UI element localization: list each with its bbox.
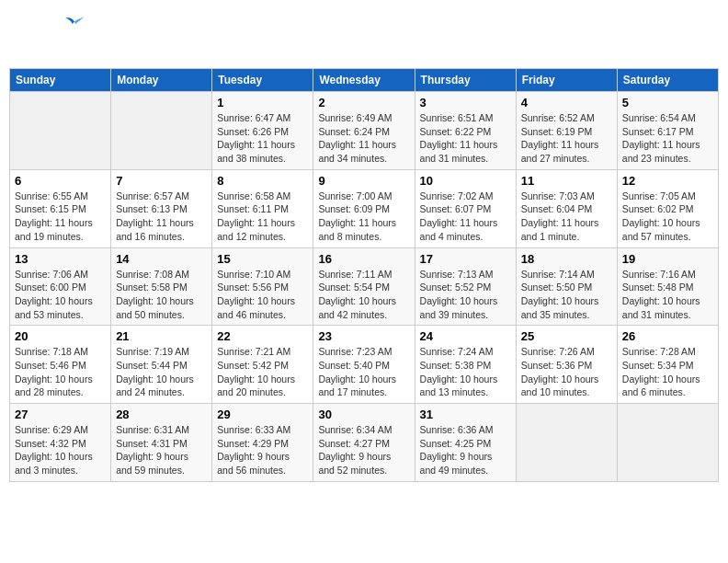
calendar-cell [111,92,212,170]
calendar-week-row: 20Sunrise: 7:18 AM Sunset: 5:46 PM Dayli… [10,326,719,404]
logo [17,13,81,59]
day-number: 20 [15,329,106,343]
day-number: 1 [217,96,308,109]
calendar-cell: 5Sunrise: 6:54 AM Sunset: 6:17 PM Daylig… [617,92,718,170]
calendar-cell: 11Sunrise: 7:03 AM Sunset: 6:04 PM Dayli… [516,169,617,247]
calendar-cell [617,404,718,482]
day-info: Sunrise: 7:02 AM Sunset: 6:07 PM Dayligh… [420,190,511,244]
logo-bird-icon [64,15,85,29]
calendar-cell: 13Sunrise: 7:06 AM Sunset: 6:00 PM Dayli… [10,247,111,326]
day-info: Sunrise: 7:21 AM Sunset: 5:42 PM Dayligh… [217,345,308,399]
day-number: 11 [521,174,612,188]
day-info: Sunrise: 7:05 AM Sunset: 6:02 PM Dayligh… [622,190,713,244]
day-info: Sunrise: 6:31 AM Sunset: 4:31 PM Dayligh… [116,423,207,477]
day-info: Sunrise: 7:00 AM Sunset: 6:09 PM Dayligh… [318,190,409,244]
day-info: Sunrise: 7:08 AM Sunset: 5:58 PM Dayligh… [116,268,207,322]
day-number: 22 [217,329,308,343]
day-number: 30 [318,408,409,421]
day-number: 27 [15,408,106,421]
day-info: Sunrise: 7:06 AM Sunset: 6:00 PM Dayligh… [15,268,106,322]
day-info: Sunrise: 7:13 AM Sunset: 5:52 PM Dayligh… [420,268,511,322]
calendar-week-row: 27Sunrise: 6:29 AM Sunset: 4:32 PM Dayli… [10,404,719,482]
calendar-week-row: 6Sunrise: 6:55 AM Sunset: 6:15 PM Daylig… [10,169,719,247]
calendar-cell: 19Sunrise: 7:16 AM Sunset: 5:48 PM Dayli… [617,247,718,326]
weekday-header-thursday: Thursday [415,69,516,92]
day-number: 26 [622,329,713,343]
day-info: Sunrise: 7:10 AM Sunset: 5:56 PM Dayligh… [217,268,308,322]
calendar-week-row: 1Sunrise: 6:47 AM Sunset: 6:26 PM Daylig… [10,92,719,170]
calendar-cell: 17Sunrise: 7:13 AM Sunset: 5:52 PM Dayli… [415,247,516,326]
day-info: Sunrise: 7:23 AM Sunset: 5:40 PM Dayligh… [318,345,409,399]
day-info: Sunrise: 6:51 AM Sunset: 6:22 PM Dayligh… [420,111,511,166]
day-number: 10 [420,174,511,188]
calendar-cell: 3Sunrise: 6:51 AM Sunset: 6:22 PM Daylig… [415,92,516,170]
calendar-cell: 7Sunrise: 6:57 AM Sunset: 6:13 PM Daylig… [111,169,212,247]
day-number: 12 [622,174,713,188]
day-info: Sunrise: 6:49 AM Sunset: 6:24 PM Dayligh… [318,111,409,166]
weekday-header-monday: Monday [111,69,212,92]
day-info: Sunrise: 6:34 AM Sunset: 4:27 PM Dayligh… [318,423,409,477]
calendar-cell: 18Sunrise: 7:14 AM Sunset: 5:50 PM Dayli… [516,247,617,326]
page-header [9,9,719,63]
calendar-cell: 22Sunrise: 7:21 AM Sunset: 5:42 PM Dayli… [212,326,313,404]
day-info: Sunrise: 6:57 AM Sunset: 6:13 PM Dayligh… [116,190,207,244]
calendar-cell: 27Sunrise: 6:29 AM Sunset: 4:32 PM Dayli… [10,404,111,482]
day-number: 7 [116,174,207,188]
calendar-cell: 1Sunrise: 6:47 AM Sunset: 6:26 PM Daylig… [212,92,313,170]
day-info: Sunrise: 6:52 AM Sunset: 6:19 PM Dayligh… [521,111,612,166]
day-info: Sunrise: 7:28 AM Sunset: 5:34 PM Dayligh… [622,345,713,399]
calendar-cell: 16Sunrise: 7:11 AM Sunset: 5:54 PM Dayli… [313,247,415,326]
day-number: 13 [15,252,106,266]
calendar-cell: 15Sunrise: 7:10 AM Sunset: 5:56 PM Dayli… [212,247,313,326]
calendar-cell: 25Sunrise: 7:26 AM Sunset: 5:36 PM Dayli… [516,326,617,404]
calendar-body: 1Sunrise: 6:47 AM Sunset: 6:26 PM Daylig… [10,92,719,482]
calendar-cell: 10Sunrise: 7:02 AM Sunset: 6:07 PM Dayli… [415,169,516,247]
calendar-week-row: 13Sunrise: 7:06 AM Sunset: 6:00 PM Dayli… [10,247,719,326]
calendar-cell: 23Sunrise: 7:23 AM Sunset: 5:40 PM Dayli… [313,326,415,404]
day-info: Sunrise: 6:47 AM Sunset: 6:26 PM Dayligh… [217,111,308,166]
day-number: 28 [116,408,207,421]
day-number: 31 [420,408,511,421]
day-number: 24 [420,329,511,343]
weekday-header-saturday: Saturday [617,69,718,92]
day-info: Sunrise: 7:14 AM Sunset: 5:50 PM Dayligh… [521,268,612,322]
day-number: 19 [622,252,713,266]
calendar-cell: 9Sunrise: 7:00 AM Sunset: 6:09 PM Daylig… [313,169,415,247]
calendar-cell: 6Sunrise: 6:55 AM Sunset: 6:15 PM Daylig… [10,169,111,247]
day-info: Sunrise: 7:16 AM Sunset: 5:48 PM Dayligh… [622,268,713,322]
day-number: 8 [217,174,308,188]
day-number: 4 [521,96,612,109]
weekday-header-friday: Friday [516,69,617,92]
day-number: 25 [521,329,612,343]
day-number: 16 [318,252,409,266]
calendar-cell: 26Sunrise: 7:28 AM Sunset: 5:34 PM Dayli… [617,326,718,404]
calendar-cell: 4Sunrise: 6:52 AM Sunset: 6:19 PM Daylig… [516,92,617,170]
day-number: 14 [116,252,207,266]
day-number: 23 [318,329,409,343]
calendar-header-row: SundayMondayTuesdayWednesdayThursdayFrid… [10,69,719,92]
calendar-cell: 28Sunrise: 6:31 AM Sunset: 4:31 PM Dayli… [111,404,212,482]
weekday-header-sunday: Sunday [10,69,111,92]
calendar-cell: 2Sunrise: 6:49 AM Sunset: 6:24 PM Daylig… [313,92,415,170]
calendar-cell: 24Sunrise: 7:24 AM Sunset: 5:38 PM Dayli… [415,326,516,404]
calendar-cell: 14Sunrise: 7:08 AM Sunset: 5:58 PM Dayli… [111,247,212,326]
day-info: Sunrise: 7:03 AM Sunset: 6:04 PM Dayligh… [521,190,612,244]
day-info: Sunrise: 7:26 AM Sunset: 5:36 PM Dayligh… [521,345,612,399]
calendar-cell: 12Sunrise: 7:05 AM Sunset: 6:02 PM Dayli… [617,169,718,247]
calendar-cell: 29Sunrise: 6:33 AM Sunset: 4:29 PM Dayli… [212,404,313,482]
day-info: Sunrise: 7:19 AM Sunset: 5:44 PM Dayligh… [116,345,207,399]
day-number: 6 [15,174,106,188]
day-number: 21 [116,329,207,343]
day-info: Sunrise: 7:24 AM Sunset: 5:38 PM Dayligh… [420,345,511,399]
calendar-cell: 20Sunrise: 7:18 AM Sunset: 5:46 PM Dayli… [10,326,111,404]
calendar-cell: 31Sunrise: 6:36 AM Sunset: 4:25 PM Dayli… [415,404,516,482]
day-info: Sunrise: 7:11 AM Sunset: 5:54 PM Dayligh… [318,268,409,322]
day-number: 29 [217,408,308,421]
day-number: 18 [521,252,612,266]
day-number: 9 [318,174,409,188]
day-info: Sunrise: 6:29 AM Sunset: 4:32 PM Dayligh… [15,423,106,477]
day-number: 17 [420,252,511,266]
calendar-cell [10,92,111,170]
day-info: Sunrise: 7:18 AM Sunset: 5:46 PM Dayligh… [15,345,106,399]
day-number: 3 [420,96,511,109]
